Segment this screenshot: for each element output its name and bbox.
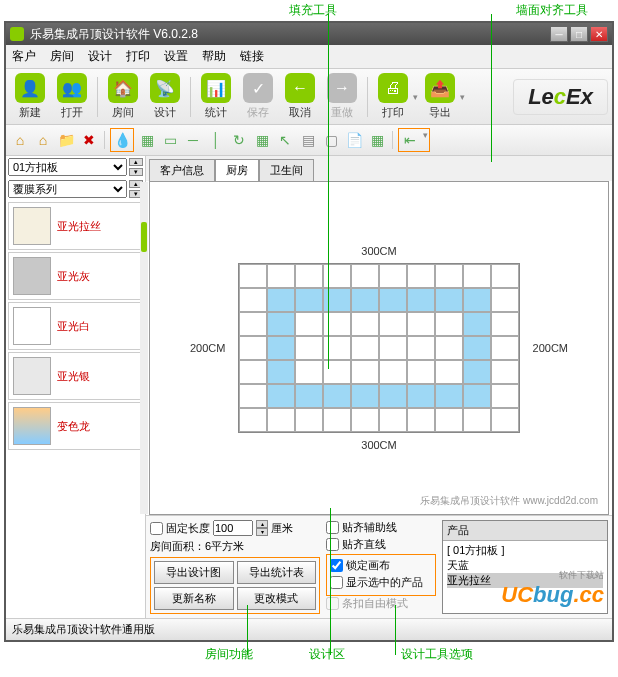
product-item[interactable]: [ 01方扣板 ] (447, 543, 603, 558)
cell[interactable] (351, 336, 379, 360)
cell[interactable] (491, 336, 519, 360)
cell[interactable] (435, 264, 463, 288)
maximize-button[interactable]: □ (570, 26, 588, 42)
nav-up[interactable]: ▴ (129, 158, 143, 166)
cell[interactable] (491, 408, 519, 432)
menu-客户[interactable]: 客户 (10, 47, 38, 66)
cell[interactable] (323, 408, 351, 432)
cell[interactable] (267, 408, 295, 432)
minus-icon[interactable]: ─ (183, 130, 203, 150)
material-series-select[interactable]: 覆膜系列 (8, 180, 127, 198)
cell[interactable] (267, 264, 295, 288)
tb-导出[interactable]: 📤导出 (420, 73, 460, 120)
cell[interactable] (379, 336, 407, 360)
cell[interactable] (295, 360, 323, 384)
pointer-icon[interactable]: ↖ (275, 130, 295, 150)
cell[interactable] (267, 360, 295, 384)
cell[interactable] (379, 312, 407, 336)
cell[interactable] (407, 336, 435, 360)
cell[interactable] (351, 408, 379, 432)
material-亚光拉丝[interactable]: 亚光拉丝 (8, 202, 143, 250)
cell[interactable] (435, 336, 463, 360)
tiles-icon[interactable]: ▦ (252, 130, 272, 150)
tb-房间[interactable]: 🏠房间 (103, 73, 143, 120)
cell[interactable] (407, 264, 435, 288)
cell[interactable] (435, 360, 463, 384)
change-mode-button[interactable]: 更改模式 (237, 587, 317, 610)
cell[interactable] (435, 384, 463, 408)
cell[interactable] (295, 288, 323, 312)
material-亚光灰[interactable]: 亚光灰 (8, 252, 143, 300)
cell[interactable] (379, 384, 407, 408)
cell[interactable] (267, 288, 295, 312)
delete-icon[interactable]: ✖ (79, 130, 99, 150)
cell[interactable] (463, 384, 491, 408)
cell[interactable] (463, 288, 491, 312)
align-left-icon[interactable]: ⇤ (400, 130, 420, 150)
cell[interactable] (435, 408, 463, 432)
menu-设置[interactable]: 设置 (162, 47, 190, 66)
spin-up[interactable]: ▴ (256, 520, 268, 528)
export-design-button[interactable]: 导出设计图 (154, 561, 234, 584)
cell[interactable] (407, 408, 435, 432)
tb-设计[interactable]: 📡设计 (145, 73, 185, 120)
remove-icon[interactable]: ▢ (321, 130, 341, 150)
doc-icon[interactable]: 📄 (344, 130, 364, 150)
menu-打印[interactable]: 打印 (124, 47, 152, 66)
menu-房间[interactable]: 房间 (48, 47, 76, 66)
cell[interactable] (239, 312, 267, 336)
menu-链接[interactable]: 链接 (238, 47, 266, 66)
grid-icon[interactable]: ▦ (137, 130, 157, 150)
tab-卫生间[interactable]: 卫生间 (259, 159, 314, 181)
ceiling-grid[interactable] (238, 263, 520, 433)
cell[interactable] (463, 408, 491, 432)
cell[interactable] (491, 312, 519, 336)
cell[interactable] (351, 312, 379, 336)
line-icon[interactable]: │ (206, 130, 226, 150)
folder-icon[interactable]: 📁 (56, 130, 76, 150)
cell[interactable] (407, 360, 435, 384)
cell[interactable] (463, 336, 491, 360)
fixed-length-check[interactable] (150, 522, 163, 535)
layer-icon[interactable]: ▤ (298, 130, 318, 150)
cell[interactable] (407, 384, 435, 408)
nav-down[interactable]: ▾ (129, 168, 143, 176)
cell[interactable] (239, 408, 267, 432)
cell[interactable] (323, 384, 351, 408)
cell[interactable] (295, 384, 323, 408)
tb-打开[interactable]: 👥打开 (52, 73, 92, 120)
cell[interactable] (491, 288, 519, 312)
cell[interactable] (407, 312, 435, 336)
rotate-icon[interactable]: ↻ (229, 130, 249, 150)
tab-客户信息[interactable]: 客户信息 (149, 159, 215, 181)
tab-厨房[interactable]: 厨房 (215, 159, 259, 181)
cell[interactable] (491, 360, 519, 384)
show-selected-check[interactable] (330, 576, 343, 589)
tb-打印[interactable]: 🖨打印 (373, 73, 413, 120)
cell[interactable] (435, 288, 463, 312)
close-button[interactable]: ✕ (590, 26, 608, 42)
cell[interactable] (239, 264, 267, 288)
cell[interactable] (239, 384, 267, 408)
cell[interactable] (295, 336, 323, 360)
cell[interactable] (295, 312, 323, 336)
cell[interactable] (295, 408, 323, 432)
update-name-button[interactable]: 更新名称 (154, 587, 234, 610)
home-icon[interactable]: ⌂ (10, 130, 30, 150)
tb-新建[interactable]: 👤新建 (10, 73, 50, 120)
cell[interactable] (351, 360, 379, 384)
cell[interactable] (351, 288, 379, 312)
cell[interactable] (463, 312, 491, 336)
lock-canvas-check[interactable] (330, 559, 343, 572)
cell[interactable] (379, 408, 407, 432)
minimize-button[interactable]: ─ (550, 26, 568, 42)
grid2-icon[interactable]: ▦ (367, 130, 387, 150)
cell[interactable] (351, 264, 379, 288)
material-type-select[interactable]: 01方扣板 (8, 158, 127, 176)
cell[interactable] (239, 288, 267, 312)
menu-帮助[interactable]: 帮助 (200, 47, 228, 66)
cell[interactable] (239, 336, 267, 360)
material-亚光银[interactable]: 亚光银 (8, 352, 143, 400)
cell[interactable] (267, 384, 295, 408)
cell[interactable] (379, 360, 407, 384)
